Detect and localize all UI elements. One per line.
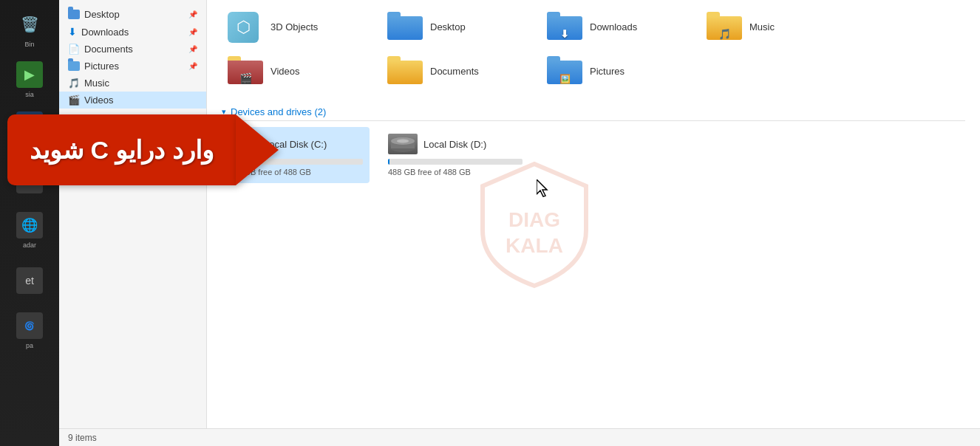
download-arrow-icon: ⬇ <box>560 28 569 40</box>
music-nav-icon: 🎵 <box>68 78 80 89</box>
recycle-bin-icon: 🗑️ <box>16 11 43 38</box>
drives-grid: Local Disk (C:) 424 GB free of 488 GB <box>222 127 965 183</box>
video-nav-icon: 🎬 <box>68 95 80 106</box>
folder-item-3d-objects[interactable]: ⬡ 3D Objects <box>222 7 370 46</box>
pin-icon-downloads: 📌 <box>188 28 197 36</box>
folder-label-pictures: Pictures <box>590 66 625 77</box>
file-explorer-window: Desktop 📌 ⬇ Downloads 📌 📄 Documents 📌 Pi… <box>59 0 980 446</box>
pin-icon-desktop: 📌 <box>188 10 197 18</box>
pin-icon-documents: 📌 <box>188 45 197 53</box>
explorer-body: Desktop 📌 ⬇ Downloads 📌 📄 Documents 📌 Pi… <box>59 0 980 428</box>
app-adar-icon: 🌐 <box>16 212 43 239</box>
3d-box-icon: ⬡ <box>228 12 259 43</box>
folder-thumb-music: 🎵 <box>707 12 742 41</box>
sidebar-label-downloads: Downloads <box>81 27 129 38</box>
taskbar-label-pa: pa <box>26 342 33 349</box>
sidebar-item-downloads[interactable]: ⬇ Downloads 📌 <box>59 23 206 41</box>
taskbar-item-pa[interactable]: 🌀 pa <box>7 309 52 353</box>
folder-icon-documents <box>387 56 423 84</box>
folder-icon-desktop <box>387 12 423 40</box>
drive-c-icon <box>228 134 258 154</box>
download-nav-icon: ⬇ <box>68 26 77 38</box>
folder-item-desktop-main[interactable]: Desktop <box>381 7 529 46</box>
video-film-icon: 🎬 <box>239 72 252 84</box>
folder-pictures-icon <box>68 61 80 71</box>
sidebar-item-pictures[interactable]: Pictures 📌 <box>59 58 206 75</box>
svg-rect-2 <box>234 141 252 148</box>
app-pa-icon: 🌀 <box>16 312 43 339</box>
taskbar-label-bin: Bin <box>24 41 34 48</box>
drive-d-progress-bar <box>388 159 523 165</box>
taskbar-item-bin[interactable]: 🗑️ Bin <box>7 7 52 52</box>
drive-c-progress-fill <box>228 159 246 165</box>
taskbar-item-s[interactable]: ⬛ s <box>7 108 52 152</box>
taskbar-item-adar[interactable]: 🌐 adar <box>7 208 52 253</box>
taskbar-label-sia: sia <box>25 91 34 98</box>
taskbar-label-s: s <box>28 141 32 148</box>
folder-label-videos: Videos <box>270 66 300 77</box>
drive-c-free-space: 424 GB free of 488 GB <box>228 168 363 176</box>
sidebar-item-documents[interactable]: 📄 Documents 📌 <box>59 41 206 58</box>
documents-nav-icon: 📄 <box>68 44 80 55</box>
app-na-icon: na <box>16 167 43 193</box>
status-items-count: 9 items <box>68 433 97 443</box>
sidebar-item-music[interactable]: 🎵 Music <box>59 75 206 92</box>
drive-item-d[interactable]: Local Disk (D:) 488 GB free of 488 GB <box>381 127 529 183</box>
folder-label-downloads: Downloads <box>590 21 637 32</box>
folders-grid: ⬡ 3D Objects Desktop <box>222 7 965 90</box>
sidebar-label-desktop: Desktop <box>84 9 120 20</box>
sidebar-label-pictures: Pictures <box>84 61 119 72</box>
devices-drives-label: Devices and drives (2) <box>231 106 326 117</box>
taskbar-item-sia[interactable]: ▶ sia <box>7 58 52 102</box>
drive-d-free-space: 488 GB free of 488 GB <box>388 168 523 176</box>
sidebar-item-videos[interactable]: 🎬 Videos <box>59 92 206 109</box>
folder-thumb-downloads: ⬇ <box>547 12 582 41</box>
folder-thumb-3d: ⬡ <box>228 12 263 41</box>
pin-icon-pictures: 📌 <box>188 62 197 70</box>
app-sia-icon: ▶ <box>16 61 43 88</box>
taskbar: 🗑️ Bin ▶ sia ⬛ s na 🌐 adar et 🌀 pa <box>0 0 59 446</box>
sidebar-label-documents: Documents <box>84 44 133 55</box>
folder-thumb-desktop <box>387 12 423 41</box>
folder-thumb-videos: 🎬 <box>228 56 263 86</box>
pictures-icon: 🖼️ <box>559 74 571 84</box>
folder-item-videos-main[interactable]: 🎬 Videos <box>222 52 370 90</box>
music-note-icon: 🎵 <box>718 28 731 40</box>
drive-item-c[interactable]: Local Disk (C:) 424 GB free of 488 GB <box>222 127 370 183</box>
taskbar-item-et[interactable]: et <box>7 258 52 303</box>
drive-d-progress-fill <box>388 159 389 165</box>
sidebar-label-videos: Videos <box>84 95 114 106</box>
drive-d-label: Local Disk (D:) <box>423 139 486 150</box>
folder-label-documents: Documents <box>430 66 479 77</box>
folder-item-music-main[interactable]: 🎵 Music <box>701 7 848 46</box>
folder-item-documents-main[interactable]: Documents <box>381 52 529 90</box>
folder-item-downloads-main[interactable]: ⬇ Downloads <box>541 7 689 46</box>
drive-c-label: Local Disk (C:) <box>264 139 327 150</box>
folder-label-3d-objects: 3D Objects <box>270 21 318 32</box>
drive-d-icon <box>388 134 418 154</box>
app-s-icon: ⬛ <box>16 112 43 138</box>
taskbar-label-adar: adar <box>23 241 36 249</box>
nav-sidebar: Desktop 📌 ⬇ Downloads 📌 📄 Documents 📌 Pi… <box>59 0 207 428</box>
taskbar-item-na[interactable]: na <box>7 158 52 202</box>
folder-blue-icon <box>68 10 80 19</box>
sidebar-label-music: Music <box>84 78 109 89</box>
folder-item-pictures-main[interactable]: 🖼️ Pictures <box>541 52 689 90</box>
folder-thumb-documents <box>387 56 423 86</box>
sidebar-item-desktop[interactable]: Desktop 📌 <box>59 6 206 23</box>
drive-c-progress-bar <box>228 159 363 165</box>
drive-c-header: Local Disk (C:) <box>228 134 363 154</box>
main-content-area: ⬡ 3D Objects Desktop <box>207 0 980 428</box>
svg-point-6 <box>397 140 409 143</box>
devices-drives-section-header: ▾ Devices and drives (2) <box>222 102 965 121</box>
folder-thumb-pictures: 🖼️ <box>547 56 582 86</box>
section-chevron-icon: ▾ <box>222 107 226 117</box>
folder-label-music: Music <box>749 21 775 32</box>
status-bar: 9 items <box>59 428 980 446</box>
app-et-icon: et <box>16 267 43 294</box>
folder-label-desktop: Desktop <box>430 21 466 32</box>
drive-d-header: Local Disk (D:) <box>388 134 523 154</box>
